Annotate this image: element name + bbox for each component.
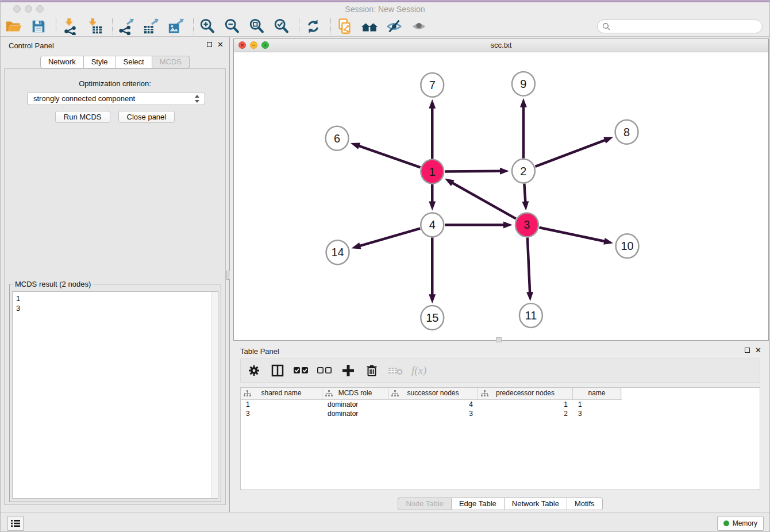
- node-15[interactable]: 15: [421, 306, 444, 330]
- node-14[interactable]: 14: [326, 240, 349, 264]
- cell-name[interactable]: 3: [573, 409, 621, 418]
- column-label: MCDS role: [338, 389, 372, 397]
- edge-4-14[interactable]: [359, 229, 420, 246]
- zoom-selected-icon[interactable]: [273, 18, 290, 35]
- table-row[interactable]: 3dominator323: [241, 409, 760, 418]
- network-graph[interactable]: 1234678910111415: [234, 52, 768, 340]
- tab-network[interactable]: Network: [40, 56, 84, 68]
- search-input[interactable]: [597, 20, 763, 33]
- refresh-layout-icon[interactable]: [305, 18, 322, 35]
- column-header-shared-name[interactable]: shared name: [241, 388, 322, 399]
- tab-node-table[interactable]: Node Table: [398, 498, 452, 510]
- edge-1-6[interactable]: [357, 145, 420, 167]
- edge-arrowhead-3-1: [445, 179, 455, 186]
- preferred-layout-icon[interactable]: [361, 18, 378, 35]
- mcds-result-textarea[interactable]: 13: [12, 291, 218, 499]
- node-table-header: shared nameMCDS rolesuccessor nodesprede…: [241, 388, 622, 400]
- cell-successor-nodes[interactable]: 4: [388, 400, 478, 409]
- node-8[interactable]: 8: [615, 120, 638, 144]
- edge-arrowhead-4-15: [429, 294, 436, 303]
- control-panel-title: Control Panel: [9, 41, 54, 50]
- network-splitter-handle[interactable]: [496, 337, 502, 342]
- node-2[interactable]: 2: [512, 159, 535, 183]
- run-mcds-button[interactable]: Run MCDS: [55, 111, 110, 123]
- add-row-icon[interactable]: [341, 363, 356, 378]
- cell-shared-name[interactable]: 1: [241, 400, 322, 409]
- cell-predecessor-nodes[interactable]: 2: [478, 409, 573, 418]
- node-4[interactable]: 4: [421, 213, 444, 237]
- edge-2-3[interactable]: [524, 183, 525, 203]
- column-header-predecessor-nodes[interactable]: predecessor nodes: [478, 388, 573, 399]
- hide-graphics-details-icon[interactable]: [386, 18, 403, 35]
- cell-name[interactable]: 1: [573, 400, 621, 409]
- task-history-button[interactable]: [7, 516, 24, 531]
- clone-network-icon[interactable]: [336, 18, 353, 35]
- tab-select[interactable]: Select: [116, 56, 152, 68]
- node-3[interactable]: 3: [515, 213, 538, 237]
- close-table-panel-icon[interactable]: ✕: [755, 346, 761, 354]
- node-6[interactable]: 6: [326, 126, 349, 151]
- edge-3-10[interactable]: [539, 228, 606, 242]
- network-canvas[interactable]: 1234678910111415: [234, 52, 768, 340]
- svg-text:14: 14: [331, 246, 344, 259]
- open-session-icon[interactable]: [5, 18, 22, 35]
- control-panel-tabs: NetworkStyleSelectMCDS: [1, 56, 229, 68]
- delete-row-icon[interactable]: [364, 363, 379, 378]
- close-panel-button[interactable]: Close panel: [118, 111, 175, 123]
- edge-arrowhead-2-3: [522, 201, 529, 210]
- node-7[interactable]: 7: [421, 73, 444, 97]
- deselect-all-icon[interactable]: [317, 363, 332, 378]
- cell-mcds-role[interactable]: dominator: [322, 400, 388, 409]
- import-network-icon[interactable]: [61, 18, 79, 35]
- mcds-panel: Optimization criterion: strongly connect…: [4, 68, 226, 505]
- network-window-title: scc.txt: [234, 41, 768, 49]
- zoom-fit-icon[interactable]: [248, 18, 265, 35]
- export-image-icon[interactable]: [167, 18, 184, 35]
- save-session-icon[interactable]: [30, 18, 47, 35]
- node-10[interactable]: 10: [616, 234, 639, 258]
- window-title: Session: New Session: [1, 5, 769, 14]
- cell-mcds-role[interactable]: dominator: [322, 409, 388, 418]
- export-network-icon[interactable]: [118, 18, 135, 35]
- column-header-successor-nodes[interactable]: successor nodes: [388, 388, 478, 399]
- optimization-criterion-select[interactable]: strongly connected component: [27, 92, 205, 105]
- status-bar: Memory: [1, 512, 769, 532]
- zoom-in-icon[interactable]: [199, 18, 216, 35]
- tab-mcds[interactable]: MCDS: [152, 56, 190, 68]
- column-header-mcds-role[interactable]: MCDS role: [322, 388, 388, 399]
- zoom-out-icon[interactable]: [224, 18, 241, 35]
- column-pane-icon[interactable]: [270, 363, 285, 378]
- cell-successor-nodes[interactable]: 3: [388, 409, 478, 418]
- cell-shared-name[interactable]: 3: [241, 409, 322, 418]
- table-settings-icon[interactable]: [247, 363, 261, 378]
- memory-button[interactable]: Memory: [717, 516, 764, 531]
- float-panel-icon[interactable]: [207, 42, 212, 47]
- node-11[interactable]: 11: [519, 303, 542, 327]
- close-panel-icon[interactable]: ✕: [217, 41, 224, 48]
- tab-network-table[interactable]: Network Table: [505, 498, 567, 510]
- export-table-icon[interactable]: [143, 18, 160, 35]
- cell-predecessor-nodes[interactable]: 1: [478, 400, 573, 409]
- result-line: 1: [16, 294, 207, 303]
- node-9[interactable]: 9: [512, 72, 535, 96]
- node-1[interactable]: 1: [421, 160, 444, 184]
- table-panel-title: Table Panel: [240, 347, 279, 356]
- edge-arrowhead-1-6: [351, 143, 360, 149]
- toolbar-separator: [193, 18, 194, 34]
- edge-1-2[interactable]: [445, 171, 502, 172]
- result-scrollbar[interactable]: [211, 292, 218, 498]
- select-all-icon[interactable]: [294, 363, 309, 378]
- tab-edge-table[interactable]: Edge Table: [452, 498, 505, 510]
- column-label: shared name: [261, 389, 301, 397]
- show-graphics-details-icon[interactable]: [410, 18, 428, 35]
- table-row[interactable]: 1dominator411: [241, 400, 760, 409]
- edge-3-11[interactable]: [528, 237, 530, 294]
- import-table-icon[interactable]: [86, 18, 103, 35]
- edge-3-1[interactable]: [451, 182, 516, 218]
- tab-motifs[interactable]: Motifs: [567, 498, 603, 510]
- column-header-name[interactable]: name: [573, 388, 621, 399]
- float-table-panel-icon[interactable]: [745, 348, 750, 353]
- search-field-wrap: [597, 20, 763, 33]
- tab-style[interactable]: Style: [84, 56, 116, 68]
- edge-2-8[interactable]: [535, 140, 606, 167]
